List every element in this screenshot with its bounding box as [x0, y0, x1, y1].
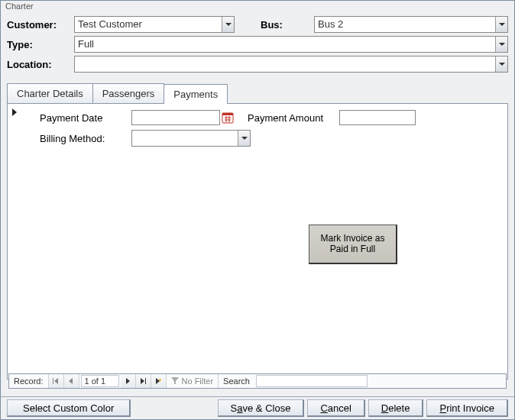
- chevron-down-icon[interactable]: [495, 37, 507, 52]
- tab-panel-payments: Payment Date Payment Amount Billing Meth…: [7, 103, 508, 380]
- print-invoice-button[interactable]: Print Invoice: [426, 399, 508, 417]
- nav-last-icon[interactable]: [136, 374, 151, 388]
- select-custom-color-button[interactable]: Select Custom Color: [7, 399, 131, 417]
- mark-invoice-paid-button[interactable]: Mark Invoice as Paid in Full: [309, 225, 397, 264]
- type-value: Full: [75, 37, 495, 52]
- window-title: Charter: [1, 1, 514, 13]
- svg-rect-1: [222, 113, 233, 115]
- billing-method-value: [132, 131, 238, 146]
- spacer: [131, 397, 217, 419]
- location-label: Location:: [7, 59, 74, 70]
- nav-prev-icon[interactable]: [64, 374, 79, 388]
- payment-date-input[interactable]: [131, 110, 220, 125]
- payment-amount-input[interactable]: [339, 110, 416, 125]
- record-selector-icon[interactable]: [9, 107, 20, 118]
- billing-method-label: Billing Method:: [40, 133, 131, 144]
- record-counter[interactable]: 1 of 1: [81, 375, 119, 387]
- delete-button[interactable]: Delete: [368, 399, 424, 417]
- chevron-down-icon[interactable]: [238, 131, 250, 146]
- customer-label: Customer:: [7, 19, 74, 31]
- record-label: Record:: [9, 374, 49, 388]
- nav-new-icon[interactable]: [151, 374, 167, 388]
- bus-value: Bus 2: [315, 17, 495, 32]
- chevron-down-icon[interactable]: [495, 57, 507, 72]
- type-combo[interactable]: Full: [74, 36, 508, 53]
- customer-value: Test Customer: [75, 17, 222, 32]
- search-label: Search: [219, 374, 254, 388]
- location-combo[interactable]: [74, 56, 508, 73]
- payment-date-label: Payment Date: [40, 112, 131, 124]
- bus-label: Bus:: [261, 19, 314, 31]
- mark-paid-line1: Mark Invoice as: [309, 233, 396, 244]
- record-navigator: Record: 1 of 1 No Filter Search: [8, 373, 507, 389]
- billing-method-combo[interactable]: [131, 130, 251, 147]
- mark-paid-line2: Paid in Full: [309, 244, 396, 254]
- save-close-button[interactable]: Save & Close: [218, 399, 305, 417]
- search-input[interactable]: [256, 375, 368, 387]
- bus-combo[interactable]: Bus 2: [314, 16, 508, 33]
- chevron-down-icon[interactable]: [495, 17, 507, 32]
- filter-status: No Filter: [167, 374, 219, 388]
- location-value: [75, 57, 495, 72]
- filter-icon: [171, 377, 179, 385]
- tab-payments[interactable]: Payments: [164, 84, 228, 104]
- calendar-icon[interactable]: [222, 111, 234, 124]
- nav-next-icon[interactable]: [121, 374, 136, 388]
- cancel-button[interactable]: Cancel: [307, 399, 364, 417]
- chevron-down-icon[interactable]: [222, 17, 234, 32]
- customer-combo[interactable]: Test Customer: [74, 16, 235, 33]
- tab-charter-details[interactable]: Charter Details: [7, 83, 93, 103]
- nav-first-icon[interactable]: [49, 374, 64, 388]
- type-label: Type:: [7, 39, 74, 50]
- tab-passengers[interactable]: Passengers: [92, 83, 165, 103]
- payment-amount-label: Payment Amount: [248, 112, 339, 124]
